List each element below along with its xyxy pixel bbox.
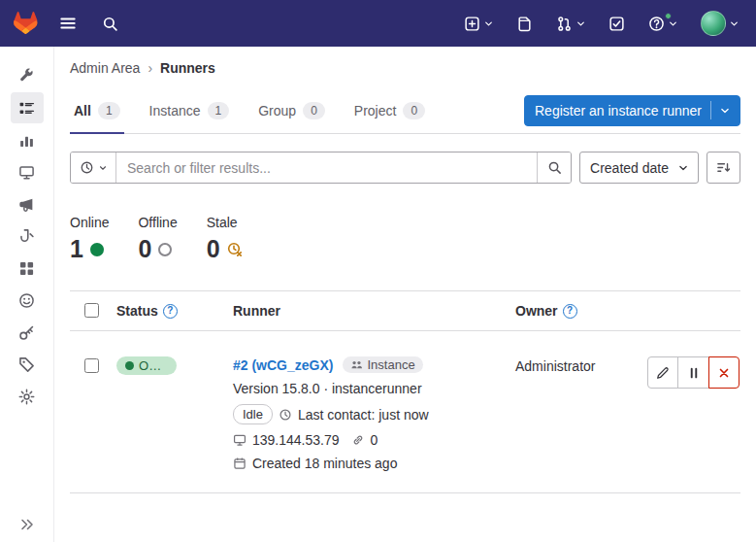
runner-tabs: All 1 Instance 1 Group 0 Project 0 Regis… [70,87,740,134]
tab-all[interactable]: All 1 [70,87,124,134]
stat-stale-label: Stale [207,215,243,230]
runner-version-line: Version 15.8.0 · instancerunner [233,381,515,396]
gitlab-logo[interactable] [14,12,38,35]
delete-runner-button[interactable] [708,356,740,389]
stat-stale-value: 0 [207,235,220,263]
runners-table-header: Status ? Runner Owner ? [70,290,740,331]
tab-all-label: All [74,103,91,119]
user-menu-button[interactable] [697,7,742,40]
new-menu-button[interactable] [460,12,497,36]
tab-instance-label: Instance [149,103,201,119]
tab-all-count: 1 [98,102,120,119]
issues-button[interactable] [512,12,537,36]
tab-group[interactable]: Group 0 [254,87,329,134]
chevron-down-icon [99,164,107,172]
user-avatar [701,11,726,36]
select-all-checkbox[interactable] [84,303,99,318]
edit-runner-button[interactable] [647,356,678,389]
sidebar-item-analytics[interactable] [11,124,44,155]
help-menu-button[interactable] [644,12,681,36]
pause-runner-button[interactable] [677,356,708,389]
search-button[interactable] [98,12,122,36]
admin-sidebar [0,47,54,542]
host-monitor-icon [233,433,247,447]
merge-request-icon [556,16,573,32]
sidebar-item-labels[interactable] [11,349,44,380]
stat-offline-label: Offline [138,215,177,230]
chevron-down-icon [484,19,493,28]
tab-group-count: 0 [303,102,325,119]
menu-toggle-button[interactable] [55,11,81,36]
owner-column-header: Owner [515,303,558,319]
tab-instance[interactable]: Instance 1 [146,87,234,134]
gitlab-tanuki-icon [14,12,38,35]
sidebar-item-monitoring[interactable] [11,156,44,187]
register-instance-runner-button[interactable]: Register an instance runner [524,95,740,126]
label-tag-icon [18,356,35,373]
sidebar-item-deploy-keys[interactable] [11,317,44,348]
sidebar-item-messages[interactable] [11,188,44,220]
runner-column-header: Runner [233,303,280,319]
stat-offline-value: 0 [138,235,151,263]
pause-icon [687,366,701,380]
sidebar-item-overview[interactable] [11,92,44,123]
breadcrumb-admin-area-link[interactable]: Admin Area [70,60,140,76]
runner-ip-address: 139.144.53.79 [252,432,340,448]
online-dot-icon [125,361,134,370]
sort-by-dropdown[interactable]: Created date [579,152,699,184]
stat-stale: Stale 0 [207,215,243,263]
hamburger-icon [59,15,77,32]
question-icon [648,16,665,32]
sidebar-item-settings[interactable] [11,381,44,412]
grid-icon [18,260,35,277]
overview-list-icon [18,100,35,117]
runner-state-badge: Idle [233,404,273,424]
stat-online: Online 1 [70,215,109,263]
search-submit-button[interactable] [537,152,571,183]
sort-direction-button[interactable] [707,152,740,184]
smiley-icon [18,292,35,309]
sort-descending-icon [716,160,731,175]
tab-instance-count: 1 [208,102,230,119]
filtered-search-box [70,152,572,184]
row-select-checkbox[interactable] [84,358,99,373]
hook-icon [18,228,35,245]
runner-job-count: 0 [371,432,378,448]
sidebar-collapse-toggle[interactable] [0,517,54,532]
stat-online-value: 1 [70,235,83,263]
sidebar-item-system-hooks[interactable] [11,220,44,252]
sort-by-label: Created date [590,160,669,176]
sidebar-item-admin[interactable] [11,60,44,91]
tab-project-count: 0 [403,102,425,119]
search-history-dropdown[interactable] [71,152,116,183]
link-icon [351,433,365,447]
breadcrumb-separator: › [148,60,152,76]
offline-status-icon [158,243,172,256]
pencil-icon [656,366,670,380]
gear-icon [18,389,35,405]
sidebar-item-abuse-reports[interactable] [11,285,44,316]
tab-group-label: Group [258,103,296,119]
chevron-down-icon [576,19,585,28]
clock-icon [279,408,292,422]
sidebar-item-applications[interactable] [11,253,44,284]
owner-help-icon[interactable]: ? [563,304,577,319]
last-contact-text: Last contact: just now [298,407,429,423]
tab-project[interactable]: Project 0 [350,87,429,134]
todo-check-icon [608,16,625,32]
status-help-icon[interactable]: ? [163,304,178,319]
runner-type-badge: Instance [343,356,422,373]
search-input[interactable] [116,152,537,183]
runner-stats: Online 1 Offline 0 Stale 0 [70,215,740,263]
wrench-icon [18,68,35,85]
chevron-down-icon [678,163,688,173]
instance-badge-icon [350,358,363,371]
stat-offline: Offline 0 [138,215,177,263]
gitlab-admin-runners-page: Admin Area › Runners All 1 Instance 1 Gr… [0,0,756,542]
merge-requests-button[interactable] [552,12,589,36]
runner-status-badge: Online [116,356,177,375]
runner-detail-link[interactable]: #2 (wCG_zeGX) [233,357,333,373]
stale-clock-icon [227,242,243,257]
todos-button[interactable] [605,12,629,36]
bar-chart-icon [18,132,35,149]
